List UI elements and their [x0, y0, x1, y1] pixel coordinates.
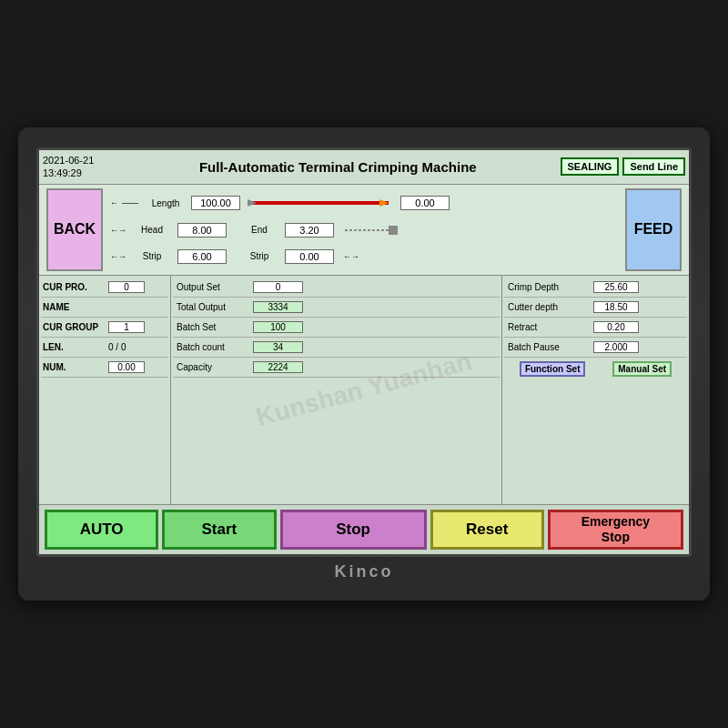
stop-button[interactable]: Stop [280, 510, 427, 550]
reset-button[interactable]: Reset [430, 510, 544, 550]
total-output-label: Total Output [177, 302, 249, 312]
len-label: LEN. [43, 342, 105, 352]
right-row-3: Batch Pause 2.000 [504, 338, 687, 358]
crimp-depth-value[interactable]: 25.60 [593, 281, 639, 293]
cutter-depth-label: Cutter depth [508, 302, 590, 312]
auto-button[interactable]: AUTO [45, 510, 158, 550]
center-row-0: Output Set 0 [173, 278, 500, 298]
retract-label: Retract [508, 322, 590, 332]
left-row-3: LEN. 0 / 0 [41, 338, 168, 358]
batch-count-label: Batch count [177, 342, 249, 352]
center-row-2: Batch Set 100 [173, 318, 500, 338]
head-label: Head [130, 225, 174, 235]
length-value2[interactable]: 0.00 [400, 196, 450, 210]
batch-set-value[interactable]: 100 [253, 321, 303, 333]
manual-set-button[interactable]: Manual Set [612, 361, 672, 377]
right-panel: Crimp Depth 25.60 Cutter depth 18.50 Ret… [502, 276, 689, 504]
feed-button[interactable]: FEED [625, 188, 682, 271]
machine-title: Full-Automatic Terminal Crimping Machine [116, 159, 561, 175]
batch-pause-label: Batch Pause [508, 342, 590, 352]
set-buttons-row: Function Set Manual Set [504, 358, 687, 378]
output-set-label: Output Set [177, 282, 249, 292]
screen: 2021-06-21 13:49:29 Full-Automatic Termi… [36, 147, 692, 557]
length-row: ← —— Length 100.00 0.00 [108, 195, 620, 211]
emergency-stop-button[interactable]: Emergency Stop [548, 510, 683, 550]
cur-group-label: CUR GROUP [43, 322, 105, 332]
center-panel: Output Set 0 Total Output 3334 Batch Set… [171, 276, 502, 504]
header-buttons: SEALING Send Line [561, 157, 685, 176]
start-button[interactable]: Start [162, 510, 276, 550]
right-row-2: Retract 0.20 [504, 318, 687, 338]
left-row-0: CUR PRO. 0 [41, 278, 168, 298]
left-row-1: NAME [41, 298, 168, 318]
center-row-3: Batch count 34 [173, 338, 500, 358]
device-frame: 2021-06-21 13:49:29 Full-Automatic Termi… [18, 127, 710, 601]
datetime: 2021-06-21 13:49:29 [43, 154, 116, 180]
sealing-button[interactable]: SEALING [561, 157, 620, 176]
capacity-label: Capacity [177, 362, 249, 372]
strip-value2[interactable]: 0.00 [285, 249, 334, 264]
cur-pro-label: CUR PRO. [43, 282, 105, 292]
center-row-1: Total Output 3334 [173, 298, 500, 318]
svg-rect-4 [389, 226, 398, 235]
left-row-4: NUM. 0.00 [41, 358, 168, 378]
data-section: Kunshan Yuanhan CUR PRO. 0 NAME CUR GROU… [39, 276, 689, 505]
center-row-4: Capacity 2224 [173, 358, 500, 378]
brand-label: Kinco [334, 562, 393, 581]
left-panel: CUR PRO. 0 NAME CUR GROUP 1 LEN. 0 / 0 N… [39, 276, 171, 504]
name-label: NAME [43, 302, 105, 312]
strip-row: ←→ Strip 6.00 Strip 0.00 ←→ [108, 249, 620, 264]
wire-middle: ← —— Length 100.00 0.00 [108, 188, 620, 271]
function-set-button[interactable]: Function Set [520, 361, 586, 377]
output-set-value[interactable]: 0 [253, 281, 303, 293]
send-line-button[interactable]: Send Line [622, 157, 685, 176]
head-end-row: ←→ Head 8.00 End 3.20 [108, 222, 620, 238]
svg-marker-1 [248, 199, 257, 207]
header: 2021-06-21 13:49:29 Full-Automatic Termi… [39, 150, 689, 185]
head-value[interactable]: 8.00 [177, 223, 227, 238]
right-row-1: Cutter depth 18.50 [504, 298, 687, 318]
back-button[interactable]: BACK [46, 188, 103, 271]
cur-group-value[interactable]: 1 [108, 321, 145, 333]
capacity-value[interactable]: 2224 [253, 361, 303, 373]
strip-label2: Strip [238, 251, 281, 261]
strip-label: Strip [130, 251, 174, 261]
num-value[interactable]: 0.00 [108, 361, 145, 373]
batch-pause-value[interactable]: 2.000 [593, 341, 639, 353]
total-output-value[interactable]: 3334 [253, 301, 303, 313]
bottom-buttons: AUTO Start Stop Reset Emergency Stop [39, 505, 689, 554]
right-row-0: Crimp Depth 25.60 [504, 278, 687, 298]
len-value[interactable]: 0 / 0 [108, 342, 167, 352]
wire-section: BACK ← —— Length 100.00 [39, 185, 689, 276]
retract-value[interactable]: 0.20 [593, 321, 639, 333]
batch-count-value[interactable]: 34 [253, 341, 303, 353]
svg-marker-2 [379, 199, 389, 207]
length-value[interactable]: 100.00 [191, 196, 240, 210]
cur-pro-value[interactable]: 0 [108, 281, 145, 293]
num-label: NUM. [43, 362, 105, 372]
batch-set-label: Batch Set [177, 322, 249, 332]
end-label: End [238, 225, 281, 235]
left-row-2: CUR GROUP 1 [41, 318, 168, 338]
crimp-depth-label: Crimp Depth [508, 282, 590, 292]
strip-value[interactable]: 6.00 [177, 249, 227, 264]
end-value[interactable]: 3.20 [285, 223, 334, 238]
cutter-depth-value[interactable]: 18.50 [593, 301, 639, 313]
length-label: Length [144, 198, 187, 208]
